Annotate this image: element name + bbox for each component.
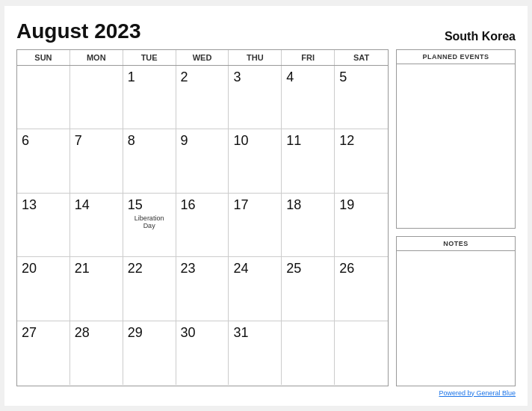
dow-cell: SAT <box>335 50 388 65</box>
day-number: 14 <box>75 197 90 214</box>
day-cell: 21 <box>70 257 123 321</box>
day-number: 18 <box>286 197 301 214</box>
day-number: 8 <box>128 133 135 149</box>
day-cell: 12 <box>335 129 388 194</box>
day-cell: 7 <box>70 129 123 194</box>
day-number: 12 <box>339 133 354 149</box>
day-number: 23 <box>181 261 196 277</box>
dow-cell: TUE <box>123 50 176 65</box>
day-cell: 19 <box>335 194 388 258</box>
sidebar: PLANNED EVENTS NOTES <box>396 49 516 386</box>
day-number: 20 <box>22 261 37 277</box>
day-cell: 24 <box>229 257 282 321</box>
day-number: 19 <box>339 197 354 214</box>
day-cell: 29 <box>123 321 176 386</box>
day-cell: 14 <box>70 194 123 258</box>
day-cell: 16 <box>176 194 229 258</box>
day-number: 11 <box>286 133 301 149</box>
day-cell: 15Liberation Day <box>123 194 176 258</box>
calendar-page: August 2023 South Korea SUNMONTUEWEDTHUF… <box>4 6 528 406</box>
footer: Powered by General Blue <box>16 389 516 397</box>
day-number: 17 <box>233 197 248 214</box>
day-number: 30 <box>181 325 196 342</box>
dow-cell: THU <box>229 50 282 65</box>
day-number: 13 <box>22 197 37 214</box>
dow-cell: MON <box>70 50 123 65</box>
day-cell <box>282 321 335 386</box>
day-number: 4 <box>286 69 294 86</box>
day-number: 2 <box>181 69 188 86</box>
day-cell: 31 <box>229 321 282 386</box>
day-cell: 22 <box>123 257 176 321</box>
day-cell <box>335 321 388 386</box>
day-cell: 26 <box>335 257 388 321</box>
planned-events-box: PLANNED EVENTS <box>396 49 516 229</box>
dow-cell: SUN <box>17 50 70 65</box>
day-number: 15 <box>128 197 143 214</box>
day-cell: 18 <box>282 194 335 258</box>
day-cell: 17 <box>229 194 282 258</box>
country-title: South Korea <box>445 30 516 43</box>
day-number: 25 <box>286 261 301 277</box>
day-cell: 25 <box>282 257 335 321</box>
day-cell: 3 <box>229 66 282 130</box>
notes-box: NOTES <box>396 236 516 386</box>
planned-events-content <box>397 64 515 228</box>
day-number: 31 <box>233 325 248 342</box>
day-cell: 1 <box>123 66 176 130</box>
day-cell: 5 <box>335 66 388 130</box>
day-number: 6 <box>22 133 29 149</box>
days-of-week-row: SUNMONTUEWEDTHUFRISAT <box>17 50 388 66</box>
main-area: SUNMONTUEWEDTHUFRISAT 123456789101112131… <box>16 49 516 386</box>
day-cell: 20 <box>17 257 70 321</box>
day-cell: 30 <box>176 321 229 386</box>
day-number: 29 <box>128 325 143 342</box>
day-cell: 13 <box>17 194 70 258</box>
notes-content <box>397 251 515 386</box>
planned-events-header: PLANNED EVENTS <box>397 50 515 64</box>
day-number: 26 <box>339 261 354 277</box>
day-cell: 23 <box>176 257 229 321</box>
day-cell: 4 <box>282 66 335 130</box>
day-number: 22 <box>128 261 143 277</box>
day-number: 21 <box>75 261 90 277</box>
day-cell: 6 <box>17 129 70 194</box>
day-number: 3 <box>233 69 241 86</box>
day-number: 28 <box>75 325 90 342</box>
day-event-label: Liberation Day <box>128 214 171 229</box>
calendar-section: SUNMONTUEWEDTHUFRISAT 123456789101112131… <box>16 49 389 386</box>
day-number: 24 <box>233 261 248 277</box>
day-cell: 28 <box>70 321 123 386</box>
day-number: 7 <box>75 133 82 149</box>
day-cell: 2 <box>176 66 229 130</box>
calendar-grid: 123456789101112131415Liberation Day16171… <box>17 66 388 386</box>
day-number: 9 <box>181 133 188 149</box>
day-number: 5 <box>339 69 347 86</box>
dow-cell: WED <box>176 50 229 65</box>
dow-cell: FRI <box>282 50 335 65</box>
powered-by-link[interactable]: Powered by General Blue <box>439 389 516 397</box>
day-cell: 27 <box>17 321 70 386</box>
day-cell: 10 <box>229 129 282 194</box>
day-cell: 8 <box>123 129 176 194</box>
day-number: 1 <box>128 69 135 86</box>
day-cell <box>17 66 70 130</box>
calendar-header: August 2023 South Korea <box>16 19 516 43</box>
notes-header: NOTES <box>397 237 515 251</box>
day-cell: 9 <box>176 129 229 194</box>
day-cell: 11 <box>282 129 335 194</box>
day-number: 27 <box>22 325 37 342</box>
day-number: 10 <box>233 133 248 149</box>
month-year-title: August 2023 <box>16 19 141 43</box>
day-number: 16 <box>181 197 196 214</box>
day-cell <box>70 66 123 130</box>
